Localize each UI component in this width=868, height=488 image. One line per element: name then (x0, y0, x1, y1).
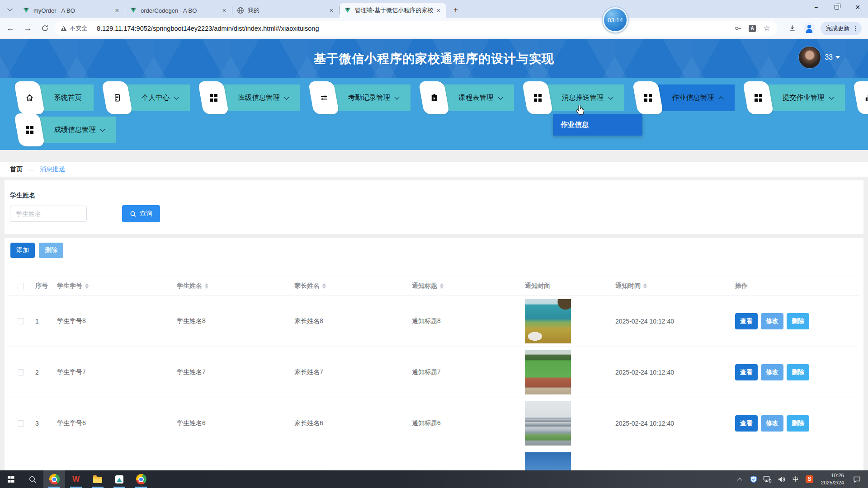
tab-search-button[interactable] (4, 3, 16, 16)
close-window-button[interactable]: ✕ (847, 0, 868, 14)
minimize-button[interactable]: − (806, 0, 826, 14)
back-button[interactable]: ← (4, 22, 17, 35)
nav-item-homework-info[interactable]: 作业信息管理 (638, 84, 735, 111)
search-button[interactable]: 查询 (122, 205, 160, 222)
tray-network[interactable] (762, 474, 773, 485)
browser-tab-active[interactable]: 管理端-基于微信小程序的家校 × (340, 3, 446, 18)
taskbar-chrome[interactable] (43, 470, 65, 488)
tray-security-shield[interactable] (748, 474, 759, 485)
user-label: 33 (825, 53, 833, 61)
nav-dropdown-item-homework-info[interactable]: 作业信息 (553, 114, 642, 136)
taskbar-wps[interactable]: W (65, 470, 87, 488)
profile-button[interactable] (802, 22, 816, 35)
view-button[interactable]: 查看 (735, 364, 758, 380)
col-student-no[interactable]: 学生学号 (52, 282, 172, 291)
row-checkbox[interactable] (18, 369, 24, 375)
nav-label: 个人中心 (142, 93, 170, 103)
bookmark-button[interactable]: ☆ (761, 23, 773, 34)
sort-icon[interactable] (322, 282, 326, 291)
row-delete-button[interactable]: 删除 (787, 364, 809, 380)
tray-expand-button[interactable] (734, 474, 745, 485)
sort-icon[interactable] (440, 282, 443, 291)
row-delete-button[interactable]: 删除 (787, 415, 809, 432)
chevron-down-icon (100, 127, 105, 131)
col-parent-name[interactable]: 家长姓名 (290, 282, 407, 291)
restore-icon (835, 5, 839, 9)
edit-button[interactable]: 修改 (761, 313, 783, 329)
tab-title: orderCodegen - A BO (141, 7, 220, 14)
row-checkbox[interactable] (18, 420, 24, 427)
tray-volume[interactable] (776, 474, 787, 485)
chevron-up-icon (737, 478, 742, 483)
breadcrumb-current[interactable]: 消息推送 (40, 165, 65, 174)
col-notice-time[interactable]: 通知时间 (611, 282, 731, 291)
nav-item-homework-review[interactable]: 作业批改管理 (859, 84, 868, 111)
close-icon[interactable]: × (220, 6, 228, 14)
row-delete-button[interactable]: 删除 (787, 313, 809, 329)
downloads-button[interactable] (785, 22, 799, 35)
edit-button[interactable]: 修改 (761, 415, 783, 432)
browser-tab-1[interactable]: myOrder - A BO × (18, 3, 125, 18)
taskbar-file-explorer[interactable] (87, 470, 108, 488)
restore-button[interactable] (826, 0, 847, 14)
nav-label: 考勤记录管理 (348, 93, 390, 103)
taskbar-clock[interactable]: 10:26 2025/2/24 (818, 472, 847, 486)
key-icon (734, 24, 742, 32)
address-bar[interactable]: 不安全 8.129.11.174:9052/springboot14ey2223… (55, 21, 777, 36)
kebab-menu-icon[interactable]: ⋮ (852, 24, 859, 33)
close-icon[interactable]: × (434, 6, 443, 14)
breadcrumb-home[interactable]: 首页 (10, 165, 23, 174)
filter-label: 学生姓名 (10, 192, 863, 200)
taskbar-chrome-2[interactable] (130, 470, 152, 488)
new-tab-button[interactable]: + (450, 4, 462, 16)
password-key-button[interactable] (732, 23, 744, 34)
chevron-down-icon (284, 94, 289, 99)
close-icon[interactable]: × (113, 6, 121, 14)
start-button[interactable] (0, 470, 22, 488)
nav-item-home[interactable]: 系统首页 (19, 84, 94, 111)
forward-button[interactable]: → (21, 22, 34, 35)
nav-icon-chip (853, 81, 868, 114)
add-button[interactable]: 添加 (10, 243, 35, 258)
sort-icon[interactable] (205, 282, 208, 291)
nav-item-attendance[interactable]: 考勤记录管理 (314, 84, 410, 111)
col-notice-title[interactable]: 通知标题 (407, 282, 520, 291)
browser-tab-2[interactable]: orderCodegen - A BO × (125, 3, 232, 18)
view-button[interactable]: 查看 (735, 313, 758, 329)
chevron-down-icon (498, 94, 503, 99)
translate-icon: A (749, 25, 756, 32)
avatar[interactable] (799, 47, 821, 68)
url-text[interactable]: 8.129.11.174:9052/springboot14ey2223/adm… (97, 25, 729, 32)
sort-icon[interactable] (643, 282, 647, 291)
nav-item-timetable[interactable]: 课程表管理 (424, 84, 514, 111)
view-button[interactable]: 查看 (735, 415, 758, 432)
chevron-down-icon (394, 94, 399, 99)
translate-button[interactable]: A (746, 23, 758, 34)
tab-title: 管理端-基于微信小程序的家校 (355, 6, 434, 14)
nav-item-profile[interactable]: 个人中心 (107, 84, 190, 111)
tray-ime[interactable]: 中 (790, 474, 801, 485)
chrome-update-button[interactable]: 完成更新 ⋮ (821, 22, 862, 35)
col-student-name[interactable]: 学生姓名 (172, 282, 290, 291)
tray-sogou[interactable]: S (804, 474, 815, 485)
security-chip[interactable]: 不安全 (61, 24, 87, 33)
student-name-input[interactable] (10, 206, 87, 222)
reload-button[interactable] (38, 22, 52, 35)
taskbar-search-button[interactable] (22, 470, 43, 488)
browser-tab-3[interactable]: 我的 × (232, 3, 339, 18)
nav-item-class-info[interactable]: 班级信息管理 (203, 84, 300, 111)
select-all-checkbox[interactable] (18, 283, 24, 289)
nav-icon-chip (632, 81, 663, 114)
sort-icon[interactable] (85, 282, 89, 291)
nav-item-grades[interactable]: 成绩信息管理 (19, 117, 116, 143)
search-button-label: 查询 (140, 210, 152, 218)
taskbar-photos[interactable] (108, 470, 130, 488)
delete-button[interactable]: 删除 (39, 243, 63, 258)
close-icon[interactable]: × (327, 6, 335, 14)
download-icon (788, 24, 796, 32)
user-menu[interactable]: 33 (799, 47, 840, 68)
nav-item-homework-submit[interactable]: 提交作业管理 (748, 84, 845, 111)
action-center-button[interactable] (850, 470, 863, 488)
edit-button[interactable]: 修改 (761, 364, 783, 380)
row-checkbox[interactable] (18, 318, 24, 324)
